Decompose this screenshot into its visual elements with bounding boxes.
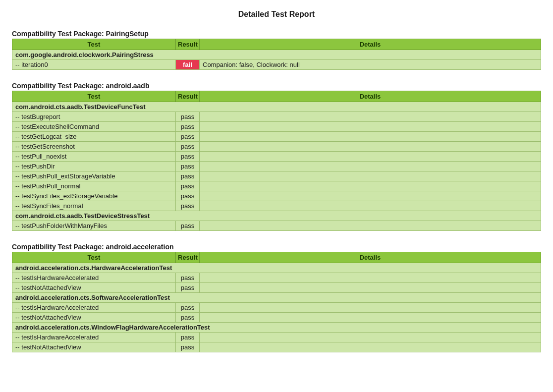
- test-details: [200, 342, 541, 352]
- column-header-result: Result: [176, 252, 200, 263]
- test-row: -- testNotAttachedViewpass: [12, 283, 541, 293]
- suite-row: android.acceleration.cts.WindowFlagHardw…: [12, 323, 541, 333]
- package-title: Compatibility Test Package: PairingSetup: [12, 30, 541, 38]
- test-name: -- testPushFolderWithManyFiles: [12, 221, 176, 231]
- test-details: [200, 181, 541, 191]
- test-name: -- testSyncFiles_normal: [12, 201, 176, 211]
- test-name: -- testPull_noexist: [12, 152, 176, 162]
- test-row: -- testGetScreenshotpass: [12, 142, 541, 152]
- test-details: [200, 162, 541, 171]
- test-details: [200, 313, 541, 323]
- test-result: pass: [176, 221, 200, 231]
- test-result: pass: [176, 342, 200, 352]
- test-row: -- testNotAttachedViewpass: [12, 342, 541, 352]
- test-row: -- testExecuteShellCommandpass: [12, 122, 541, 132]
- test-result: pass: [176, 132, 200, 142]
- test-row: -- testNotAttachedViewpass: [12, 313, 541, 323]
- test-row: -- testPushDirpass: [12, 162, 541, 171]
- suite-name: com.android.cts.aadb.TestDeviceStressTes…: [12, 211, 541, 221]
- column-header-test: Test: [12, 252, 176, 263]
- test-details: [200, 142, 541, 152]
- suite-row: com.google.android.clockwork.PairingStre…: [12, 50, 541, 60]
- test-row: -- testSyncFiles_normalpass: [12, 201, 541, 211]
- test-result: pass: [176, 201, 200, 211]
- column-header-result: Result: [176, 91, 200, 102]
- test-name: -- testExecuteShellCommand: [12, 122, 176, 132]
- column-header-test: Test: [12, 39, 176, 50]
- test-name: -- testIsHardwareAccelerated: [12, 333, 176, 342]
- test-result: pass: [176, 273, 200, 283]
- test-name: -- testBugreport: [12, 112, 176, 122]
- test-row: -- iteration0failCompanion: false, Clock…: [12, 60, 541, 70]
- column-header-details: Details: [200, 91, 541, 102]
- package-block: Compatibility Test Package: PairingSetup…: [12, 30, 541, 70]
- test-name: -- testPushDir: [12, 162, 176, 171]
- test-row: -- testBugreportpass: [12, 112, 541, 122]
- results-table: TestResultDetailsandroid.acceleration.ct…: [12, 252, 541, 352]
- results-table: TestResultDetailscom.android.cts.aadb.Te…: [12, 91, 541, 231]
- suite-name: android.acceleration.cts.WindowFlagHardw…: [12, 323, 541, 333]
- test-row: -- testGetLogcat_sizepass: [12, 132, 541, 142]
- package-block: Compatibility Test Package: android.acce…: [12, 243, 541, 352]
- test-row: -- testIsHardwareAcceleratedpass: [12, 273, 541, 283]
- suite-row: com.android.cts.aadb.TestDeviceStressTes…: [12, 211, 541, 221]
- test-name: -- testIsHardwareAccelerated: [12, 273, 176, 283]
- test-details: [200, 303, 541, 313]
- results-table: TestResultDetailscom.google.android.cloc…: [12, 39, 541, 70]
- test-name: -- testGetLogcat_size: [12, 132, 176, 142]
- test-result: pass: [176, 162, 200, 171]
- test-name: -- testPushPull_extStorageVariable: [12, 171, 176, 181]
- test-details: [200, 333, 541, 342]
- test-row: -- testIsHardwareAcceleratedpass: [12, 333, 541, 342]
- test-details: [200, 221, 541, 231]
- test-result: pass: [176, 191, 200, 201]
- test-details: [200, 122, 541, 132]
- test-details: [200, 112, 541, 122]
- column-header-details: Details: [200, 39, 541, 50]
- test-name: -- iteration0: [12, 60, 176, 70]
- test-details: [200, 201, 541, 211]
- test-row: -- testPull_noexistpass: [12, 152, 541, 162]
- column-header-result: Result: [176, 39, 200, 50]
- suite-name: android.acceleration.cts.HardwareAcceler…: [12, 263, 541, 273]
- test-result: pass: [176, 303, 200, 313]
- test-result: pass: [176, 181, 200, 191]
- package-block: Compatibility Test Package: android.aadb…: [12, 82, 541, 231]
- test-details: [200, 273, 541, 283]
- package-title: Compatibility Test Package: android.acce…: [12, 243, 541, 251]
- test-result: fail: [176, 60, 200, 70]
- test-name: -- testGetScreenshot: [12, 142, 176, 152]
- test-result: pass: [176, 112, 200, 122]
- test-details: Companion: false, Clockwork: null: [200, 60, 541, 70]
- test-name: -- testNotAttachedView: [12, 313, 176, 323]
- test-row: -- testIsHardwareAcceleratedpass: [12, 303, 541, 313]
- page-title: Detailed Test Report: [12, 10, 541, 19]
- test-row: -- testPushPull_extStorageVariablepass: [12, 171, 541, 181]
- test-row: -- testPushFolderWithManyFilespass: [12, 221, 541, 231]
- test-result: pass: [176, 313, 200, 323]
- test-result: pass: [176, 283, 200, 293]
- column-header-details: Details: [200, 252, 541, 263]
- test-name: -- testPushPull_normal: [12, 181, 176, 191]
- test-result: pass: [176, 152, 200, 162]
- test-row: -- testSyncFiles_extStorageVariablepass: [12, 191, 541, 201]
- suite-row: com.android.cts.aadb.TestDeviceFuncTest: [12, 102, 541, 112]
- test-name: -- testNotAttachedView: [12, 342, 176, 352]
- suite-name: android.acceleration.cts.SoftwareAcceler…: [12, 293, 541, 303]
- test-details: [200, 191, 541, 201]
- test-details: [200, 132, 541, 142]
- suite-row: android.acceleration.cts.HardwareAcceler…: [12, 263, 541, 273]
- test-result: pass: [176, 333, 200, 342]
- package-title: Compatibility Test Package: android.aadb: [12, 82, 541, 90]
- suite-name: com.google.android.clockwork.PairingStre…: [12, 50, 541, 60]
- suite-name: com.android.cts.aadb.TestDeviceFuncTest: [12, 102, 541, 112]
- test-details: [200, 152, 541, 162]
- test-result: pass: [176, 142, 200, 152]
- test-result: pass: [176, 122, 200, 132]
- test-row: -- testPushPull_normalpass: [12, 181, 541, 191]
- test-name: -- testIsHardwareAccelerated: [12, 303, 176, 313]
- test-details: [200, 283, 541, 293]
- column-header-test: Test: [12, 91, 176, 102]
- suite-row: android.acceleration.cts.SoftwareAcceler…: [12, 293, 541, 303]
- test-details: [200, 171, 541, 181]
